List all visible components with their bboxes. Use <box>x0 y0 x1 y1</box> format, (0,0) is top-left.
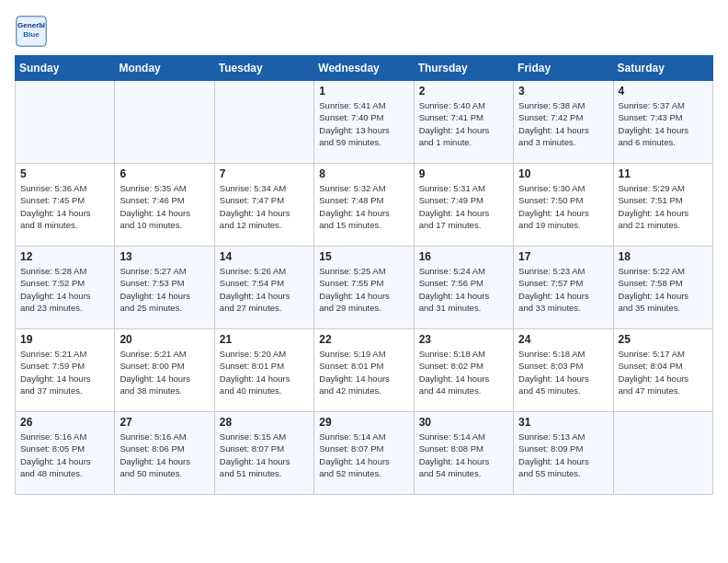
day-info: Sunrise: 5:29 AMSunset: 7:51 PMDaylight:… <box>619 182 708 231</box>
day-info: Sunrise: 5:23 AMSunset: 7:57 PMDaylight:… <box>518 265 608 314</box>
day-number: 1 <box>319 85 408 98</box>
day-info: Sunrise: 5:13 AMSunset: 8:09 PMDaylight:… <box>518 431 608 479</box>
calendar-header: SundayMondayTuesdayWednesdayThursdayFrid… <box>16 56 713 81</box>
day-number: 8 <box>319 167 408 180</box>
calendar-cell: 8Sunrise: 5:32 AMSunset: 7:48 PMDaylight… <box>314 164 414 247</box>
day-number: 10 <box>518 167 608 180</box>
day-info: Sunrise: 5:35 AMSunset: 7:46 PMDaylight:… <box>119 182 209 231</box>
calendar-week-4: 19Sunrise: 5:21 AMSunset: 7:59 PMDayligh… <box>16 329 713 412</box>
day-info: Sunrise: 5:16 AMSunset: 8:06 PMDaylight:… <box>119 431 209 479</box>
calendar-cell: 16Sunrise: 5:24 AMSunset: 7:56 PMDayligh… <box>414 247 513 329</box>
day-info: Sunrise: 5:38 AMSunset: 7:42 PMDaylight:… <box>518 99 608 148</box>
calendar-cell: 18Sunrise: 5:22 AMSunset: 7:58 PMDayligh… <box>613 247 712 329</box>
day-number: 26 <box>20 416 109 429</box>
day-header-sunday: Sunday <box>16 56 115 81</box>
day-info: Sunrise: 5:15 AMSunset: 8:07 PMDaylight:… <box>220 431 309 479</box>
calendar-cell: 3Sunrise: 5:38 AMSunset: 7:42 PMDaylight… <box>514 81 613 164</box>
day-number: 3 <box>518 85 608 98</box>
calendar-cell: 7Sunrise: 5:34 AMSunset: 7:47 PMDaylight… <box>214 164 313 247</box>
calendar-cell: 20Sunrise: 5:21 AMSunset: 8:00 PMDayligh… <box>115 329 214 412</box>
calendar-cell: 4Sunrise: 5:37 AMSunset: 7:43 PMDaylight… <box>613 81 712 164</box>
day-number: 16 <box>419 250 508 263</box>
day-header-monday: Monday <box>115 56 214 81</box>
day-header-saturday: Saturday <box>613 56 712 81</box>
calendar-cell: 12Sunrise: 5:28 AMSunset: 7:52 PMDayligh… <box>16 247 115 329</box>
calendar-cell: 26Sunrise: 5:16 AMSunset: 8:05 PMDayligh… <box>16 412 115 495</box>
day-number: 5 <box>20 167 109 180</box>
day-number: 4 <box>619 85 708 98</box>
calendar-week-5: 26Sunrise: 5:16 AMSunset: 8:05 PMDayligh… <box>16 412 713 495</box>
calendar-cell <box>214 81 313 164</box>
calendar-cell: 10Sunrise: 5:30 AMSunset: 7:50 PMDayligh… <box>514 164 613 247</box>
day-info: Sunrise: 5:27 AMSunset: 7:53 PMDaylight:… <box>119 265 209 314</box>
calendar-cell: 2Sunrise: 5:40 AMSunset: 7:41 PMDaylight… <box>414 81 513 164</box>
calendar-cell: 14Sunrise: 5:26 AMSunset: 7:54 PMDayligh… <box>214 247 313 329</box>
day-number: 2 <box>419 85 508 98</box>
calendar-cell <box>613 412 712 495</box>
day-number: 25 <box>619 333 708 346</box>
calendar-cell: 11Sunrise: 5:29 AMSunset: 7:51 PMDayligh… <box>613 164 712 247</box>
day-number: 13 <box>119 250 209 263</box>
day-info: Sunrise: 5:14 AMSunset: 8:08 PMDaylight:… <box>419 431 508 479</box>
day-number: 6 <box>119 167 209 180</box>
calendar-cell: 5Sunrise: 5:36 AMSunset: 7:45 PMDaylight… <box>16 164 115 247</box>
calendar-cell: 27Sunrise: 5:16 AMSunset: 8:06 PMDayligh… <box>115 412 214 495</box>
day-number: 19 <box>20 333 109 346</box>
day-info: Sunrise: 5:21 AMSunset: 7:59 PMDaylight:… <box>20 348 109 396</box>
day-number: 18 <box>619 250 708 263</box>
day-number: 7 <box>220 167 309 180</box>
calendar-week-1: 1Sunrise: 5:41 AMSunset: 7:40 PMDaylight… <box>16 81 713 164</box>
day-header-friday: Friday <box>514 56 613 81</box>
calendar-cell: 19Sunrise: 5:21 AMSunset: 7:59 PMDayligh… <box>16 329 115 412</box>
day-number: 24 <box>518 333 608 346</box>
calendar-cell: 13Sunrise: 5:27 AMSunset: 7:53 PMDayligh… <box>115 247 214 329</box>
calendar-cell: 15Sunrise: 5:25 AMSunset: 7:55 PMDayligh… <box>314 247 414 329</box>
day-number: 17 <box>518 250 608 263</box>
day-number: 11 <box>619 167 708 180</box>
day-info: Sunrise: 5:40 AMSunset: 7:41 PMDaylight:… <box>419 99 508 148</box>
day-number: 12 <box>20 250 109 263</box>
day-header-tuesday: Tuesday <box>214 56 313 81</box>
day-info: Sunrise: 5:28 AMSunset: 7:52 PMDaylight:… <box>20 265 109 314</box>
page-header: General Blue <box>15 15 713 48</box>
svg-text:General: General <box>17 21 45 29</box>
day-number: 9 <box>419 167 508 180</box>
calendar-cell: 17Sunrise: 5:23 AMSunset: 7:57 PMDayligh… <box>514 247 613 329</box>
calendar-cell: 31Sunrise: 5:13 AMSunset: 8:09 PMDayligh… <box>514 412 613 495</box>
day-info: Sunrise: 5:34 AMSunset: 7:47 PMDaylight:… <box>220 182 309 231</box>
calendar-cell: 24Sunrise: 5:18 AMSunset: 8:03 PMDayligh… <box>514 329 613 412</box>
calendar-cell: 1Sunrise: 5:41 AMSunset: 7:40 PMDaylight… <box>314 81 414 164</box>
calendar-cell <box>16 81 115 164</box>
calendar-cell: 23Sunrise: 5:18 AMSunset: 8:02 PMDayligh… <box>414 329 513 412</box>
day-header-thursday: Thursday <box>414 56 513 81</box>
calendar-cell: 25Sunrise: 5:17 AMSunset: 8:04 PMDayligh… <box>613 329 712 412</box>
calendar-week-3: 12Sunrise: 5:28 AMSunset: 7:52 PMDayligh… <box>16 247 713 329</box>
calendar-cell: 22Sunrise: 5:19 AMSunset: 8:01 PMDayligh… <box>314 329 414 412</box>
svg-text:Blue: Blue <box>23 30 40 39</box>
day-info: Sunrise: 5:24 AMSunset: 7:56 PMDaylight:… <box>419 265 508 314</box>
day-number: 20 <box>119 333 209 346</box>
day-info: Sunrise: 5:37 AMSunset: 7:43 PMDaylight:… <box>619 99 708 148</box>
calendar-table: SundayMondayTuesdayWednesdayThursdayFrid… <box>15 55 713 495</box>
day-number: 31 <box>518 416 608 429</box>
day-info: Sunrise: 5:41 AMSunset: 7:40 PMDaylight:… <box>319 99 408 148</box>
day-number: 30 <box>419 416 508 429</box>
day-header-wednesday: Wednesday <box>314 56 414 81</box>
day-number: 23 <box>419 333 508 346</box>
day-number: 27 <box>119 416 209 429</box>
day-info: Sunrise: 5:14 AMSunset: 8:07 PMDaylight:… <box>319 431 408 479</box>
day-info: Sunrise: 5:31 AMSunset: 7:49 PMDaylight:… <box>419 182 508 231</box>
day-info: Sunrise: 5:22 AMSunset: 7:58 PMDaylight:… <box>619 265 708 314</box>
day-info: Sunrise: 5:21 AMSunset: 8:00 PMDaylight:… <box>119 348 209 396</box>
day-info: Sunrise: 5:30 AMSunset: 7:50 PMDaylight:… <box>518 182 608 231</box>
logo: General Blue <box>15 15 53 48</box>
day-number: 14 <box>220 250 309 263</box>
calendar-cell: 21Sunrise: 5:20 AMSunset: 8:01 PMDayligh… <box>214 329 313 412</box>
logo-icon: General Blue <box>15 15 48 48</box>
day-number: 21 <box>220 333 309 346</box>
calendar-cell: 9Sunrise: 5:31 AMSunset: 7:49 PMDaylight… <box>414 164 513 247</box>
day-info: Sunrise: 5:36 AMSunset: 7:45 PMDaylight:… <box>20 182 109 231</box>
day-info: Sunrise: 5:16 AMSunset: 8:05 PMDaylight:… <box>20 431 109 479</box>
calendar-cell <box>115 81 214 164</box>
day-number: 15 <box>319 250 408 263</box>
